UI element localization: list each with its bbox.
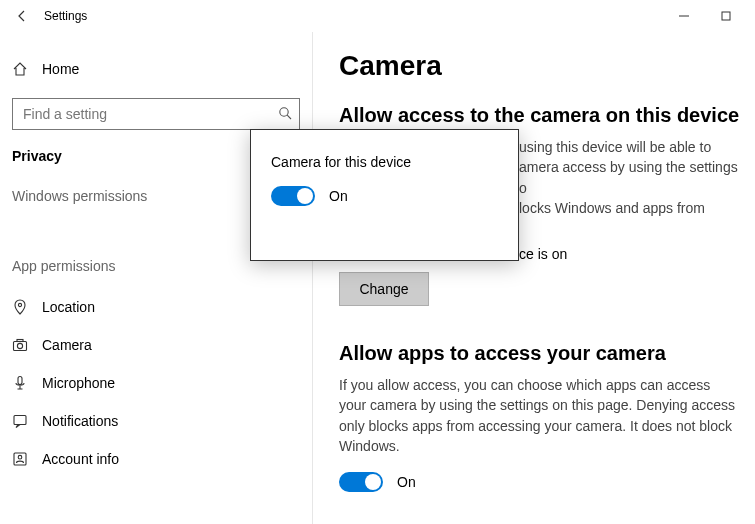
back-button[interactable] bbox=[8, 9, 36, 23]
minimize-button[interactable] bbox=[663, 2, 705, 30]
svg-rect-9 bbox=[14, 416, 26, 425]
sidebar-item-notifications[interactable]: Notifications bbox=[0, 402, 312, 440]
section1-body-line: using this device will be able to bbox=[519, 137, 739, 157]
svg-rect-7 bbox=[17, 340, 23, 342]
device-camera-toggle[interactable] bbox=[271, 186, 315, 206]
section1-body-line: amera access by using the settings o bbox=[519, 157, 739, 198]
sidebar-item-label: Location bbox=[42, 299, 95, 315]
notifications-icon bbox=[12, 413, 28, 429]
maximize-button[interactable] bbox=[705, 2, 747, 30]
minimize-icon bbox=[678, 10, 690, 22]
toggle-knob bbox=[365, 474, 381, 490]
section2-body: If you allow access, you can choose whic… bbox=[339, 375, 739, 456]
toggle-knob bbox=[297, 188, 313, 204]
section1-status-text: ce is on bbox=[519, 246, 567, 262]
sidebar-item-label: Account info bbox=[42, 451, 119, 467]
svg-line-3 bbox=[287, 115, 291, 119]
svg-point-6 bbox=[17, 343, 22, 348]
home-icon bbox=[12, 61, 28, 77]
svg-rect-1 bbox=[722, 12, 730, 20]
content-pane: Camera Allow access to the camera on thi… bbox=[313, 32, 755, 524]
camera-device-popup: Camera for this device On bbox=[250, 129, 519, 261]
search-icon bbox=[278, 106, 292, 120]
svg-point-4 bbox=[18, 303, 21, 306]
section2-heading: Allow apps to access your camera bbox=[339, 342, 755, 365]
location-icon bbox=[12, 299, 28, 315]
camera-icon bbox=[12, 337, 28, 353]
change-button[interactable]: Change bbox=[339, 272, 429, 306]
home-nav[interactable]: Home bbox=[0, 50, 312, 88]
sidebar: Home Privacy Windows permissions App per… bbox=[0, 32, 313, 524]
section1-body-line: locks Windows and apps from bbox=[519, 198, 739, 218]
apps-access-toggle-label: On bbox=[397, 474, 416, 490]
maximize-icon bbox=[721, 11, 731, 21]
device-camera-toggle-label: On bbox=[329, 188, 348, 204]
section1-heading: Allow access to the camera on this devic… bbox=[339, 104, 755, 127]
titlebar: Settings bbox=[0, 0, 755, 32]
sidebar-item-account-info[interactable]: Account info bbox=[0, 440, 312, 478]
apps-access-toggle[interactable] bbox=[339, 472, 383, 492]
sidebar-item-label: Notifications bbox=[42, 413, 118, 429]
page-title: Camera bbox=[339, 50, 755, 82]
search-input[interactable] bbox=[12, 98, 300, 130]
svg-point-11 bbox=[18, 455, 22, 459]
sidebar-item-camera[interactable]: Camera bbox=[0, 326, 312, 364]
sidebar-item-location[interactable]: Location bbox=[0, 288, 312, 326]
account-info-icon bbox=[12, 451, 28, 467]
window-title: Settings bbox=[44, 9, 87, 23]
arrow-left-icon bbox=[15, 9, 29, 23]
microphone-icon bbox=[12, 375, 28, 391]
sidebar-item-label: Microphone bbox=[42, 375, 115, 391]
sidebar-item-label: Camera bbox=[42, 337, 92, 353]
sidebar-item-microphone[interactable]: Microphone bbox=[0, 364, 312, 402]
home-label: Home bbox=[42, 61, 79, 77]
svg-rect-8 bbox=[18, 377, 22, 385]
svg-point-2 bbox=[280, 108, 288, 116]
popup-title: Camera for this device bbox=[271, 154, 498, 170]
